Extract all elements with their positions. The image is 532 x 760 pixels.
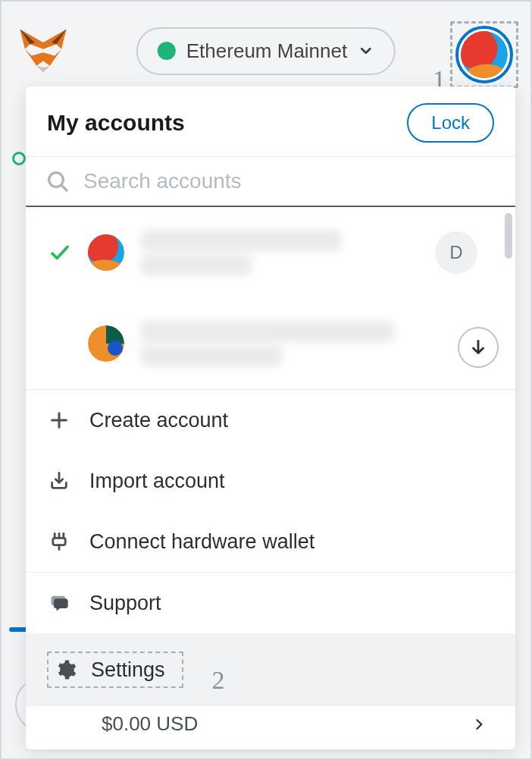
svg-line-10 [61, 185, 67, 190]
settings-item[interactable]: Settings 2 [26, 633, 515, 706]
search-icon [45, 169, 70, 193]
balance-text: $0.00 USD [102, 712, 198, 736]
support-item[interactable]: Support [26, 573, 515, 633]
panel-title: My accounts [47, 110, 185, 136]
search-row [26, 156, 515, 207]
svg-rect-22 [53, 538, 65, 545]
account-menu-panel: My accounts Lock D [26, 86, 515, 749]
plus-icon [47, 408, 71, 432]
network-name: Ethereum Mainnet [186, 39, 347, 63]
menu-label: Import account [89, 470, 225, 493]
account-avatar-icon [88, 234, 124, 271]
account-list: D [26, 207, 515, 390]
svg-marker-1 [25, 49, 61, 66]
chevron-right-icon [471, 717, 487, 732]
annotation-step-2: 2 [212, 666, 225, 695]
hardware-icon [47, 529, 71, 554]
download-icon [47, 469, 71, 493]
svg-point-14 [108, 341, 123, 356]
account-item[interactable]: D [26, 207, 515, 298]
chat-icon [47, 591, 71, 615]
svg-marker-2 [36, 66, 50, 73]
token-row[interactable]: $0.00 USD [26, 706, 515, 736]
account-menu-button[interactable] [455, 26, 513, 83]
menu-label: Connect hardware wallet [89, 530, 315, 554]
annotation-highlight-2: Settings [47, 652, 183, 688]
chevron-down-icon [358, 42, 374, 59]
connection-status-dot [12, 152, 26, 165]
create-account-item[interactable]: Create account [26, 390, 515, 451]
gear-icon [53, 658, 77, 682]
account-actions-menu: Create account Import account Connect ha… [26, 390, 515, 706]
lock-button[interactable]: Lock [407, 103, 494, 143]
account-avatar-icon [461, 31, 508, 78]
search-input[interactable] [83, 169, 496, 193]
scroll-down-button[interactable] [458, 327, 499, 368]
metamask-logo-icon [17, 24, 70, 77]
account-label [141, 318, 493, 369]
check-icon [49, 241, 71, 264]
network-status-dot [158, 42, 176, 60]
menu-label: Create account [89, 409, 228, 432]
app-header: Ethereum Mainnet 1 [2, 2, 530, 100]
import-account-item[interactable]: Import account [26, 451, 515, 511]
menu-label: Settings [91, 658, 165, 682]
account-item[interactable] [26, 298, 515, 389]
panel-header: My accounts Lock [26, 86, 515, 156]
account-label [141, 227, 418, 278]
network-selector[interactable]: Ethereum Mainnet [136, 27, 396, 75]
menu-label: Support [89, 592, 161, 615]
connect-hardware-item[interactable]: Connect hardware wallet [26, 511, 515, 572]
account-avatar-icon [88, 325, 124, 362]
account-badge: D [435, 231, 477, 274]
annotation-highlight-1 [450, 21, 518, 88]
